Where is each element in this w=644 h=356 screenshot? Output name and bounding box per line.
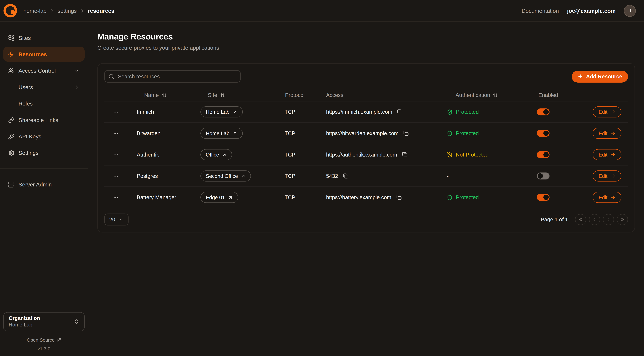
auth-status-label: Protected <box>456 130 479 136</box>
enabled-toggle[interactable] <box>537 108 550 116</box>
documentation-link[interactable]: Documentation <box>522 8 559 14</box>
edit-button[interactable]: Edit <box>593 170 622 182</box>
chevron-right-icon <box>606 217 611 222</box>
next-page-button[interactable] <box>603 214 614 225</box>
site-link[interactable]: Edge 01 <box>200 192 238 203</box>
pagination: 20 Page 1 of 1 <box>104 214 628 226</box>
app-version: v1.3.0 <box>3 346 84 351</box>
edit-button[interactable]: Edit <box>593 149 622 160</box>
edit-button[interactable]: Edit <box>593 106 622 118</box>
row-menu-button[interactable] <box>111 193 120 202</box>
table-toolbar: Add Resource <box>104 70 628 82</box>
column-header-authentication[interactable]: Authentication <box>445 92 535 98</box>
site-link[interactable]: Office <box>200 149 232 160</box>
column-header-protocol: Protocol <box>284 92 324 98</box>
sort-icon <box>220 92 225 98</box>
breadcrumb-org[interactable]: home-lab <box>23 8 46 14</box>
sidebar-item-label: Resources <box>18 51 47 57</box>
column-header-name[interactable]: Name <box>127 92 199 98</box>
search-input[interactable] <box>104 70 241 82</box>
site-name: Second Office <box>206 173 238 179</box>
edit-button[interactable]: Edit <box>593 192 622 203</box>
key-icon <box>8 133 14 140</box>
row-menu-button[interactable] <box>111 150 120 159</box>
copy-button[interactable] <box>342 172 349 180</box>
sidebar-item-shareable-links[interactable]: Shareable Links <box>3 112 84 127</box>
breadcrumb-settings[interactable]: settings <box>58 8 77 14</box>
search-icon <box>108 74 114 79</box>
copy-icon <box>396 195 402 200</box>
server-icon <box>8 181 14 188</box>
sidebar-item-resources[interactable]: Resources <box>3 47 84 62</box>
auth-status-label: Protected <box>456 109 479 115</box>
resource-name: Immich <box>137 109 154 115</box>
row-menu-button[interactable] <box>111 108 120 116</box>
external-link-icon <box>57 338 61 342</box>
page-title: Manage Resources <box>97 32 635 42</box>
link-icon <box>8 117 14 123</box>
access-url: https://bitwarden.example.com <box>326 130 398 136</box>
sidebar-item-server-admin[interactable]: Server Admin <box>3 177 84 192</box>
arrow-up-right-icon <box>222 152 227 157</box>
column-header-access: Access <box>324 92 445 98</box>
app-window: home-lab settings resources Documentatio… <box>0 0 644 356</box>
sidebar-item-label: Access Control <box>18 68 56 74</box>
add-resource-button[interactable]: Add Resource <box>572 70 628 82</box>
chevron-right-icon <box>74 84 80 90</box>
gear-icon <box>8 150 14 156</box>
copy-icon <box>402 152 407 157</box>
ellipsis-icon <box>113 130 119 136</box>
status-badge: Not Protected <box>447 152 489 158</box>
sidebar-item-users[interactable]: Users <box>3 80 84 94</box>
page-indicator: Page 1 of 1 <box>541 216 568 222</box>
sidebar-item-label: Shareable Links <box>18 117 58 123</box>
chevron-down-icon <box>119 217 124 222</box>
arrow-up-right-icon <box>228 195 233 200</box>
site-link[interactable]: Second Office <box>200 170 251 182</box>
arrow-right-icon <box>610 130 616 136</box>
copy-button[interactable] <box>396 108 404 116</box>
site-name: Edge 01 <box>206 194 225 200</box>
edit-label: Edit <box>598 194 608 200</box>
table-row: Postgres Second Office TCP 5432 - <box>104 166 628 187</box>
user-email-button[interactable]: joe@example.com <box>567 8 616 14</box>
sidebar-item-label: Settings <box>18 150 38 156</box>
pangolin-logo-icon[interactable] <box>3 4 17 18</box>
site-link[interactable]: Home Lab <box>200 106 242 118</box>
status-badge: Protected <box>447 130 479 136</box>
protocol-value: TCP <box>284 152 295 158</box>
copy-button[interactable] <box>401 151 408 158</box>
enabled-toggle[interactable] <box>537 172 550 180</box>
arrow-up-right-icon <box>232 131 237 136</box>
resource-name: Authentik <box>137 152 159 158</box>
page-size-select[interactable]: 20 <box>104 214 129 226</box>
sidebar-item-roles[interactable]: Roles <box>3 96 84 111</box>
sidebar-item-settings[interactable]: Settings <box>3 146 84 160</box>
sidebar-item-api-keys[interactable]: API Keys <box>3 129 84 144</box>
ellipsis-icon <box>113 109 119 115</box>
row-menu-button[interactable] <box>111 172 120 180</box>
avatar[interactable]: J <box>624 5 636 17</box>
enabled-toggle[interactable] <box>537 151 550 158</box>
toggle-knob <box>538 173 543 179</box>
protocol-value: TCP <box>284 109 295 115</box>
site-link[interactable]: Home Lab <box>200 128 242 139</box>
sidebar-item-label: API Keys <box>18 133 41 140</box>
sidebar-item-access-control[interactable]: Access Control <box>3 63 84 78</box>
last-page-button[interactable] <box>617 214 628 225</box>
sidebar-item-sites[interactable]: Sites <box>3 30 84 45</box>
column-header-site[interactable]: Site <box>199 92 284 98</box>
toggle-knob <box>543 109 549 115</box>
row-menu-button[interactable] <box>111 129 120 138</box>
organization-selector[interactable]: Organization Home Lab <box>3 312 84 332</box>
edit-button[interactable]: Edit <box>593 128 622 139</box>
first-page-button[interactable] <box>575 214 586 225</box>
enabled-toggle[interactable] <box>537 194 550 201</box>
copy-button[interactable] <box>402 130 410 137</box>
copy-button[interactable] <box>395 194 402 201</box>
enabled-toggle[interactable] <box>537 130 550 137</box>
open-source-link[interactable]: Open Source <box>3 338 84 342</box>
copy-icon <box>404 130 409 136</box>
previous-page-button[interactable] <box>589 214 600 225</box>
edit-label: Edit <box>598 130 608 136</box>
